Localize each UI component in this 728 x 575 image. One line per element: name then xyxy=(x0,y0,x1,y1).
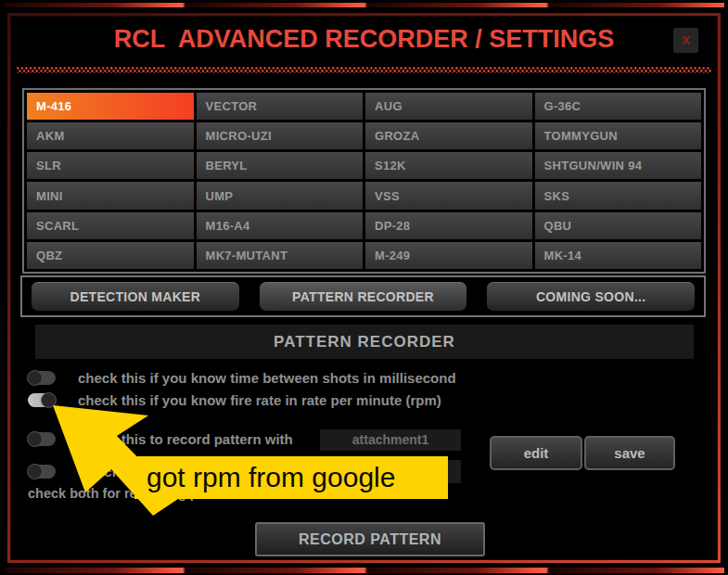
weapon-beryl[interactable]: BERYL xyxy=(197,152,364,179)
section-header: PATTERN RECORDER xyxy=(35,325,694,359)
record-pattern-button[interactable]: RECORD PATTERN xyxy=(255,522,485,556)
weapon-mk7-mutant[interactable]: MK7-MUTANT xyxy=(197,242,364,269)
weapon-qbu[interactable]: QBU xyxy=(535,212,702,239)
weapon-ump[interactable]: UMP xyxy=(197,182,364,209)
weapon-dp-28[interactable]: DP-28 xyxy=(365,212,532,239)
attachment2-toggle[interactable] xyxy=(28,465,56,479)
toggle-knob xyxy=(41,392,57,408)
weapon-akm[interactable]: AKM xyxy=(27,122,194,149)
weapon-aug[interactable]: AUG xyxy=(365,93,532,120)
rpm-toggle-label: check this if you know fire rate in rate… xyxy=(78,392,441,408)
weapon-groza[interactable]: GROZA xyxy=(365,122,532,149)
toggle-knob xyxy=(27,464,43,479)
weapon-g-36c[interactable]: G-36C xyxy=(535,93,702,120)
attachment1-toggle-label: check this to record pattern with xyxy=(78,431,293,447)
weapon-sks[interactable]: SKS xyxy=(535,182,702,209)
weapon-mk-14[interactable]: MK-14 xyxy=(535,242,702,269)
toggle-row-rpm: check this if you know fire rate in rate… xyxy=(28,392,441,407)
weapon-grid: M-416VECTORAUGG-36CAKMMICRO-UZIGROZATOMM… xyxy=(22,88,706,274)
bottom-red-slash-decoration xyxy=(4,568,724,573)
toggle-row-millisecond: check this if you know time between shot… xyxy=(28,370,456,385)
dotted-separator xyxy=(17,67,711,73)
millisecond-toggle[interactable] xyxy=(28,371,56,385)
tab-bar: DETECTION MAKERPATTERN RECORDERCOMING SO… xyxy=(20,275,706,317)
toggle-knob xyxy=(27,431,43,447)
annotation-callout: got rpm from google xyxy=(134,456,448,499)
attachment1-select[interactable]: attachment1 xyxy=(320,429,461,451)
weapon-mini[interactable]: MINI xyxy=(27,182,194,209)
attachment1-toggle[interactable] xyxy=(28,432,56,446)
weapon-scarl[interactable]: SCARL xyxy=(27,212,194,239)
weapon-qbz[interactable]: QBZ xyxy=(27,242,194,269)
weapon-s12k[interactable]: S12K xyxy=(365,152,532,179)
weapon-tommygun[interactable]: TOMMYGUN xyxy=(535,122,702,149)
tab-detection-maker[interactable]: DETECTION MAKER xyxy=(32,282,239,311)
weapon-m-249[interactable]: M-249 xyxy=(365,242,532,269)
edit-button[interactable]: edit xyxy=(490,436,582,470)
close-button[interactable]: X xyxy=(673,28,698,53)
weapon-vss[interactable]: VSS xyxy=(365,182,532,209)
app-window: RCL ADVANCED RECORDER / SETTINGS X M-416… xyxy=(0,0,728,575)
page-title: RCL ADVANCED RECORDER / SETTINGS xyxy=(0,25,728,54)
tab-coming-soon[interactable]: COMING SOON... xyxy=(487,282,695,311)
weapon-slr[interactable]: SLR xyxy=(27,152,194,179)
weapon-m16-a4[interactable]: M16-A4 xyxy=(197,212,364,239)
toggle-row-attachment1: check this to record pattern with xyxy=(28,431,293,446)
rpm-toggle[interactable] xyxy=(28,393,56,407)
weapon-micro-uzi[interactable]: MICRO-UZI xyxy=(197,122,364,149)
weapon-shtgun-win-94[interactable]: SHTGUN/WIN 94 xyxy=(535,152,702,179)
toggle-knob xyxy=(27,370,43,386)
tab-pattern-recorder[interactable]: PATTERN RECORDER xyxy=(260,282,467,311)
weapon-m-416[interactable]: M-416 xyxy=(27,93,194,120)
top-red-slash-decoration xyxy=(4,3,724,7)
weapon-vector[interactable]: VECTOR xyxy=(197,93,364,120)
save-button[interactable]: save xyxy=(584,436,675,470)
millisecond-toggle-label: check this if you know time between shot… xyxy=(78,370,456,386)
